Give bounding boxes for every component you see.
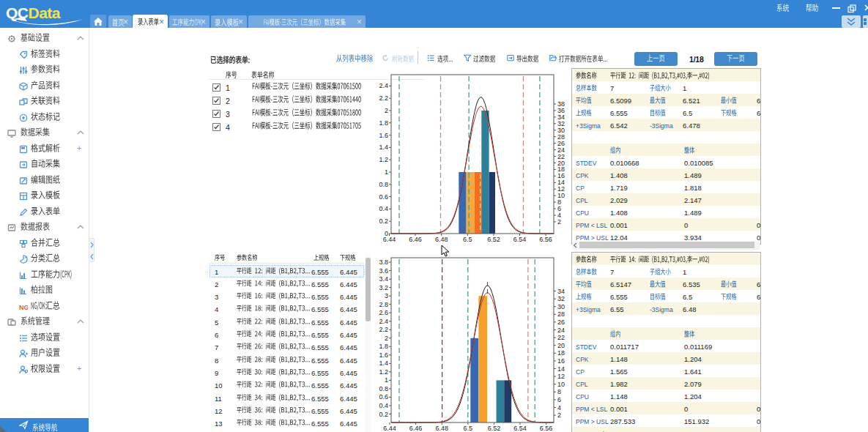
svg-text:6.44: 6.44	[383, 425, 396, 432]
svg-text:0.8: 0.8	[379, 384, 388, 392]
svg-text:1: 1	[385, 168, 388, 176]
svg-text:16: 16	[557, 357, 565, 364]
svg-text:30: 30	[557, 302, 565, 310]
svg-text:4: 4	[557, 403, 561, 411]
svg-text:26: 26	[557, 318, 565, 325]
svg-text:6.44: 6.44	[383, 236, 396, 243]
svg-text:6.48: 6.48	[435, 236, 448, 243]
svg-text:2: 2	[385, 107, 388, 114]
svg-text:1.4: 1.4	[379, 144, 388, 151]
svg-text:0.6: 0.6	[379, 193, 388, 201]
svg-text:1.6: 1.6	[379, 351, 388, 358]
svg-text:0.2: 0.2	[379, 410, 388, 417]
svg-text:10: 10	[557, 380, 565, 387]
svg-text:2: 2	[557, 218, 561, 226]
svg-text:24: 24	[557, 326, 565, 333]
svg-text:6.46: 6.46	[409, 425, 422, 432]
svg-text:0.2: 0.2	[379, 217, 388, 225]
svg-text:2.6: 2.6	[379, 309, 388, 316]
svg-text:3: 3	[384, 292, 387, 299]
svg-text:6.56: 6.56	[539, 425, 552, 432]
svg-text:6.5: 6.5	[463, 425, 472, 432]
svg-text:3.6: 3.6	[379, 267, 388, 274]
svg-text:0.8: 0.8	[379, 181, 388, 188]
svg-text:2.4: 2.4	[379, 317, 388, 324]
svg-text:22: 22	[557, 334, 565, 341]
svg-text:1.6: 1.6	[379, 132, 388, 139]
svg-text:3.2: 3.2	[379, 283, 388, 291]
svg-text:1.8: 1.8	[379, 343, 388, 350]
svg-text:28: 28	[557, 310, 565, 318]
svg-text:6.54: 6.54	[513, 236, 527, 243]
svg-text:2.2: 2.2	[379, 326, 388, 333]
svg-text:6.52: 6.52	[487, 425, 500, 432]
svg-text:8: 8	[557, 388, 561, 395]
svg-text:12: 12	[557, 373, 565, 380]
svg-text:6.46: 6.46	[409, 236, 422, 243]
svg-text:2.8: 2.8	[379, 300, 388, 308]
svg-text:18: 18	[557, 349, 565, 357]
svg-text:1.2: 1.2	[379, 156, 388, 163]
svg-text:6.5: 6.5	[463, 236, 472, 243]
svg-text:6.48: 6.48	[435, 425, 448, 432]
svg-text:20: 20	[557, 341, 565, 349]
svg-text:6.56: 6.56	[539, 236, 552, 243]
svg-text:2.2: 2.2	[379, 94, 388, 102]
svg-text:1.2: 1.2	[379, 368, 388, 375]
svg-text:1.4: 1.4	[379, 360, 388, 367]
svg-text:14: 14	[557, 365, 565, 372]
svg-text:34: 34	[557, 287, 565, 294]
svg-text:2.4: 2.4	[379, 82, 388, 89]
svg-text:2: 2	[384, 334, 387, 341]
svg-text:6.54: 6.54	[513, 425, 527, 432]
svg-text:2: 2	[557, 411, 561, 419]
svg-text:NG: NG	[19, 303, 28, 310]
svg-text:6: 6	[557, 395, 561, 403]
svg-text:6.52: 6.52	[487, 236, 500, 243]
svg-text:1.8: 1.8	[379, 119, 388, 127]
svg-text:32: 32	[557, 295, 565, 302]
svg-text:3.4: 3.4	[379, 275, 388, 283]
svg-text:3.8: 3.8	[379, 258, 388, 266]
svg-text:0.4: 0.4	[379, 402, 388, 409]
svg-text:0.4: 0.4	[379, 205, 388, 212]
svg-text:1: 1	[384, 376, 387, 384]
svg-text:0.6: 0.6	[379, 393, 388, 401]
